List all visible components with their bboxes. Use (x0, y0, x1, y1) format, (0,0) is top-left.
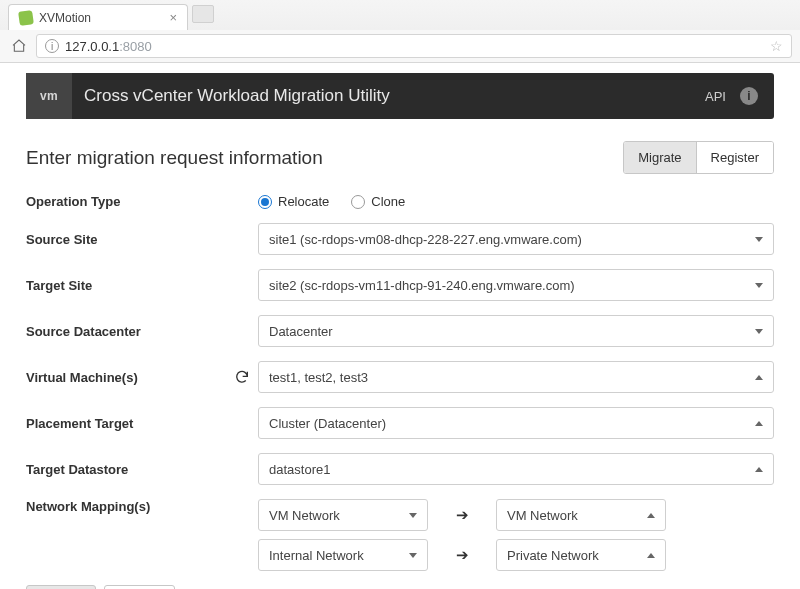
home-button[interactable] (8, 35, 30, 57)
target-site-label: Target Site (26, 278, 226, 293)
chevron-down-icon (755, 237, 763, 242)
netmap-dst-value: VM Network (507, 508, 578, 523)
chevron-up-icon (647, 513, 655, 518)
url-port: :8080 (119, 39, 152, 54)
submit-button[interactable]: Submit (26, 585, 96, 589)
tabbar: XVMotion × (0, 0, 800, 30)
placement-target-label: Placement Target (26, 416, 226, 431)
arrow-right-icon: ➔ (442, 506, 482, 524)
virtual-machines-select[interactable]: test1, test2, test3 (258, 361, 774, 393)
netmap-src-select[interactable]: VM Network (258, 499, 428, 531)
operation-type-group: Relocate Clone (258, 194, 405, 209)
url-field[interactable]: i 127.0.0.1:8080 ☆ (36, 34, 792, 58)
clone-label: Clone (371, 194, 405, 209)
target-datastore-value: datastore1 (269, 462, 330, 477)
source-datacenter-label: Source Datacenter (26, 324, 226, 339)
migrate-button[interactable]: Migrate (624, 142, 695, 173)
chevron-up-icon (647, 553, 655, 558)
chevron-down-icon (409, 513, 417, 518)
heading-row: Enter migration request information Migr… (26, 141, 774, 174)
placement-target-value: Cluster (Datacenter) (269, 416, 386, 431)
api-link[interactable]: API (705, 89, 726, 104)
source-site-select[interactable]: site1 (sc-rdops-vm08-dhcp-228-227.eng.vm… (258, 223, 774, 255)
chevron-up-icon (755, 421, 763, 426)
netmap-dst-select[interactable]: VM Network (496, 499, 666, 531)
cancel-button[interactable]: Cancel (104, 585, 174, 589)
info-icon[interactable]: i (740, 87, 758, 105)
netmap-dst-value: Private Network (507, 548, 599, 563)
virtual-machines-label: Virtual Machine(s) (26, 370, 226, 385)
browser-tab[interactable]: XVMotion × (8, 4, 188, 30)
netmap-dst-select[interactable]: Private Network (496, 539, 666, 571)
tab-title: XVMotion (39, 11, 91, 25)
arrow-right-icon: ➔ (442, 546, 482, 564)
bottom-actions: Submit Cancel (26, 585, 774, 589)
new-tab-button[interactable] (192, 5, 214, 23)
target-datastore-label: Target Datastore (26, 462, 226, 477)
page-title: Enter migration request information (26, 147, 323, 169)
tab-favicon (18, 10, 34, 26)
app-title: Cross vCenter Workload Migration Utility (84, 86, 390, 106)
site-info-icon[interactable]: i (45, 39, 59, 53)
virtual-machines-value: test1, test2, test3 (269, 370, 368, 385)
network-mapping-row: Internal Network ➔ Private Network (258, 539, 774, 571)
network-mappings-label: Network Mapping(s) (26, 499, 226, 514)
netmap-src-value: VM Network (269, 508, 340, 523)
browser-chrome: XVMotion × i 127.0.0.1:8080 ☆ (0, 0, 800, 63)
relocate-radio[interactable]: Relocate (258, 194, 329, 209)
address-bar: i 127.0.0.1:8080 ☆ (0, 30, 800, 62)
target-site-select[interactable]: site2 (sc-rdops-vm11-dhcp-91-240.eng.vmw… (258, 269, 774, 301)
network-mapping-row: VM Network ➔ VM Network (258, 499, 774, 531)
chevron-down-icon (755, 283, 763, 288)
url-host: 127.0.0.1 (65, 39, 119, 54)
netmap-src-select[interactable]: Internal Network (258, 539, 428, 571)
chevron-down-icon (755, 329, 763, 334)
close-icon[interactable]: × (169, 11, 177, 24)
refresh-icon[interactable] (234, 369, 250, 385)
target-datastore-select[interactable]: datastore1 (258, 453, 774, 485)
radio-dot-icon (351, 195, 365, 209)
netmap-src-value: Internal Network (269, 548, 364, 563)
source-site-label: Source Site (26, 232, 226, 247)
radio-dot-icon (258, 195, 272, 209)
operation-type-label: Operation Type (26, 194, 226, 209)
bookmark-icon[interactable]: ☆ (770, 38, 783, 54)
clone-radio[interactable]: Clone (351, 194, 405, 209)
mode-toggle: Migrate Register (623, 141, 774, 174)
relocate-label: Relocate (278, 194, 329, 209)
app-logo: vm (26, 73, 72, 119)
source-datacenter-select[interactable]: Datacenter (258, 315, 774, 347)
chevron-up-icon (755, 467, 763, 472)
chevron-down-icon (409, 553, 417, 558)
app-header: vm Cross vCenter Workload Migration Util… (26, 73, 774, 119)
source-datacenter-value: Datacenter (269, 324, 333, 339)
network-mappings: VM Network ➔ VM Network Internal Network… (258, 499, 774, 571)
target-site-value: site2 (sc-rdops-vm11-dhcp-91-240.eng.vmw… (269, 278, 575, 293)
source-site-value: site1 (sc-rdops-vm08-dhcp-228-227.eng.vm… (269, 232, 582, 247)
placement-target-select[interactable]: Cluster (Datacenter) (258, 407, 774, 439)
register-button[interactable]: Register (696, 142, 773, 173)
chevron-up-icon (755, 375, 763, 380)
